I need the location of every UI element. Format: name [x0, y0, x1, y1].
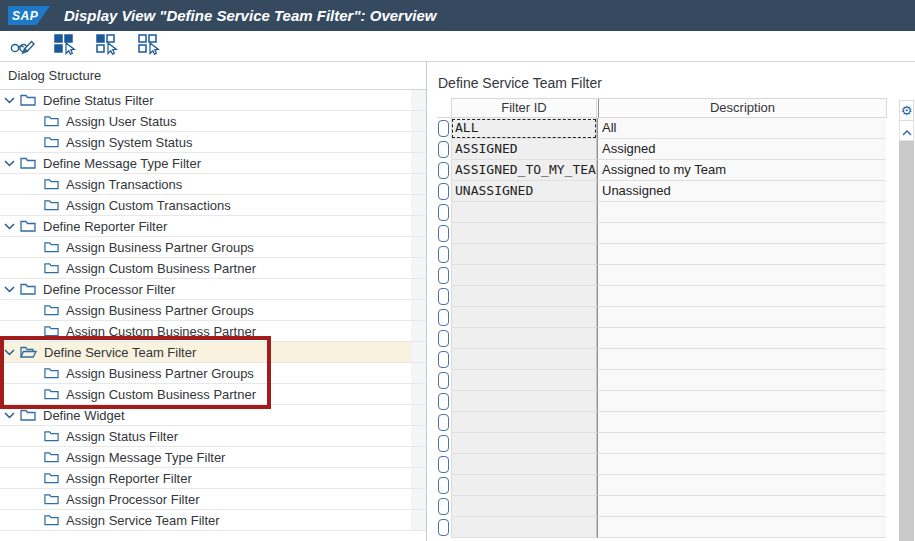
tree-item-parent[interactable]: Define Processor Filter	[0, 279, 426, 300]
row-selector[interactable]	[437, 391, 451, 412]
select-all-button[interactable]	[51, 33, 79, 59]
filter-id-cell[interactable]: ASSIGNED_TO_MY_TEAM	[451, 160, 597, 181]
chevron-down-icon[interactable]	[4, 97, 15, 104]
row-selector[interactable]	[437, 370, 451, 391]
row-selector[interactable]	[437, 475, 451, 496]
description-cell[interactable]	[597, 349, 886, 370]
description-cell[interactable]	[597, 370, 886, 391]
row-selector[interactable]	[437, 517, 451, 538]
row-checkbox[interactable]	[438, 477, 449, 494]
filter-id-cell[interactable]	[451, 412, 597, 433]
description-cell[interactable]	[597, 265, 886, 286]
filter-id-cell[interactable]	[451, 307, 597, 328]
tree-item-child[interactable]: Assign Transactions	[0, 174, 426, 195]
description-cell[interactable]	[597, 244, 886, 265]
filter-id-cell[interactable]	[451, 496, 597, 517]
chevron-down-icon[interactable]	[4, 160, 15, 167]
description-cell[interactable]: Assigned	[597, 139, 886, 160]
row-selector[interactable]	[437, 139, 451, 160]
tree-item-child[interactable]: Assign Custom Business Partner	[0, 321, 426, 342]
filter-id-cell[interactable]: ALL	[451, 118, 597, 139]
row-checkbox[interactable]	[438, 372, 449, 389]
tree-item-parent[interactable]: Define Widget	[0, 405, 426, 426]
description-cell[interactable]: All	[597, 118, 886, 139]
row-selector[interactable]	[437, 265, 451, 286]
table-settings-button[interactable]: ⚙	[899, 100, 914, 121]
row-checkbox[interactable]	[438, 414, 449, 431]
description-cell[interactable]	[597, 328, 886, 349]
select-block-button[interactable]	[93, 33, 121, 59]
row-checkbox[interactable]	[438, 456, 449, 473]
filter-id-cell[interactable]	[451, 475, 597, 496]
tree-item-child[interactable]: Assign Custom Business Partner	[0, 258, 426, 279]
tree-item-child[interactable]: Assign Service Team Filter	[0, 510, 426, 531]
chevron-down-icon[interactable]	[4, 412, 15, 419]
row-checkbox[interactable]	[438, 519, 449, 536]
filter-id-cell[interactable]	[451, 391, 597, 412]
filter-id-cell[interactable]: ASSIGNED	[451, 139, 597, 160]
row-selector[interactable]	[437, 181, 451, 202]
description-cell[interactable]: Assigned to my Team	[597, 160, 886, 181]
chevron-down-icon[interactable]	[4, 349, 15, 356]
description-cell[interactable]	[597, 391, 886, 412]
description-cell[interactable]	[597, 286, 886, 307]
row-selector[interactable]	[437, 244, 451, 265]
row-checkbox[interactable]	[438, 435, 449, 452]
row-selector[interactable]	[437, 118, 451, 139]
tree-item-child[interactable]: Assign Business Partner Groups	[0, 300, 426, 321]
row-selector[interactable]	[437, 349, 451, 370]
display-change-button[interactable]	[9, 33, 37, 59]
row-checkbox[interactable]	[438, 141, 449, 158]
row-checkbox[interactable]	[438, 225, 449, 242]
scroll-up-button[interactable]	[899, 121, 914, 141]
tree-item-parent[interactable]: Define Status Filter	[0, 90, 426, 111]
description-cell[interactable]	[597, 433, 886, 454]
filter-id-cell[interactable]	[451, 244, 597, 265]
row-checkbox[interactable]	[438, 120, 449, 137]
row-selector[interactable]	[437, 160, 451, 181]
description-cell[interactable]	[597, 496, 886, 517]
description-cell[interactable]	[597, 517, 886, 538]
row-checkbox[interactable]	[438, 498, 449, 515]
description-cell[interactable]	[597, 223, 886, 244]
description-cell[interactable]	[597, 454, 886, 475]
tree-item-child[interactable]: Assign Business Partner Groups	[0, 237, 426, 258]
row-selector[interactable]	[437, 454, 451, 475]
tree-item-child[interactable]: Assign Reporter Filter	[0, 468, 426, 489]
filter-id-cell[interactable]	[451, 328, 597, 349]
scrollbar-track[interactable]	[899, 141, 914, 541]
tree-item-child[interactable]: Assign System Status	[0, 132, 426, 153]
row-checkbox[interactable]	[438, 246, 449, 263]
row-checkbox[interactable]	[438, 330, 449, 347]
chevron-down-icon[interactable]	[4, 286, 15, 293]
filter-id-cell[interactable]	[451, 433, 597, 454]
row-selector[interactable]	[437, 433, 451, 454]
tree-item-parent[interactable]: Define Service Team Filter	[0, 342, 426, 363]
filter-id-cell[interactable]	[451, 286, 597, 307]
row-checkbox[interactable]	[438, 162, 449, 179]
tree-item-parent[interactable]: Define Reporter Filter	[0, 216, 426, 237]
column-header-filter-id[interactable]: Filter ID	[451, 98, 597, 118]
row-checkbox[interactable]	[438, 183, 449, 200]
description-cell[interactable]	[597, 307, 886, 328]
description-cell[interactable]: Unassigned	[597, 181, 886, 202]
description-cell[interactable]	[597, 202, 886, 223]
row-selector[interactable]	[437, 496, 451, 517]
row-selector[interactable]	[437, 202, 451, 223]
row-checkbox[interactable]	[438, 204, 449, 221]
tree-item-child[interactable]: Assign Business Partner Groups	[0, 363, 426, 384]
row-selector[interactable]	[437, 307, 451, 328]
tree-item-child[interactable]: Assign Processor Filter	[0, 489, 426, 510]
tree-item-child[interactable]: Assign User Status	[0, 111, 426, 132]
description-cell[interactable]	[597, 475, 886, 496]
row-selector[interactable]	[437, 223, 451, 244]
row-selector[interactable]	[437, 328, 451, 349]
row-checkbox[interactable]	[438, 393, 449, 410]
row-selector[interactable]	[437, 412, 451, 433]
tree-item-child[interactable]: Assign Custom Business Partner	[0, 384, 426, 405]
filter-id-cell[interactable]	[451, 517, 597, 538]
column-header-description[interactable]: Description	[598, 98, 887, 118]
row-checkbox[interactable]	[438, 351, 449, 368]
row-selector[interactable]	[437, 286, 451, 307]
chevron-down-icon[interactable]	[4, 223, 15, 230]
